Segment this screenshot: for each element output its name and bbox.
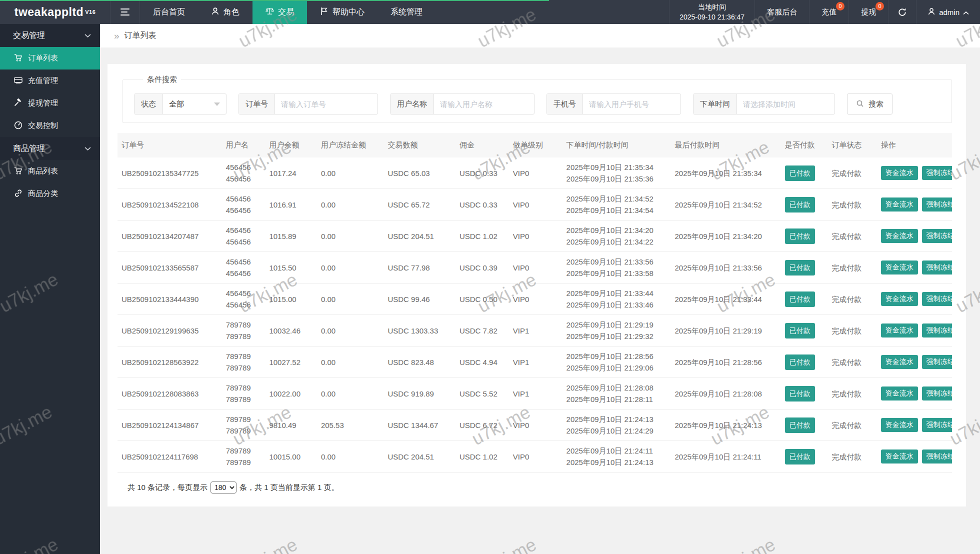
fund-flow-button[interactable]: 资金流水 <box>881 198 918 212</box>
sidebar-item-product-category[interactable]: 商品分类 <box>0 182 100 205</box>
nav-help-center[interactable]: 帮助中心 <box>307 0 378 24</box>
order-time-filter: 下单时间 <box>693 94 835 114</box>
actions-cell[interactable]: 资金流水强制冻结 <box>877 189 952 220</box>
user-icon <box>928 8 936 17</box>
nav-roles[interactable]: 角色 <box>198 0 252 24</box>
user-name-cell: 456456456456 <box>222 158 266 189</box>
commission-cell: USDC 0.33 <box>456 189 509 220</box>
fund-flow-button[interactable]: 资金流水 <box>881 418 918 432</box>
frozen-cell: 0.00 <box>317 441 384 472</box>
fund-flow-button[interactable]: 资金流水 <box>881 166 918 180</box>
table-row: UB25091021353477254564564564561017.240.0… <box>118 158 952 189</box>
force-freeze-button[interactable]: 强制冻结 <box>922 324 952 338</box>
force-freeze-button[interactable]: 强制冻结 <box>922 418 952 432</box>
force-freeze-button[interactable]: 强制冻结 <box>922 229 952 243</box>
amount-cell: USDC 1303.33 <box>384 315 456 346</box>
sidebar-item-recharge-management[interactable]: 充值管理 <box>0 70 100 92</box>
fund-flow-button[interactable]: 资金流水 <box>881 292 918 306</box>
level-cell: VIP0 <box>509 158 562 189</box>
level-cell: VIP1 <box>509 346 562 378</box>
paid-badge: 已付款 <box>785 166 815 181</box>
balance-cell: 1015.00 <box>265 284 316 315</box>
local-time-label: 当地时间 <box>698 2 726 12</box>
sidebar-item-order-list[interactable]: 订单列表 <box>0 47 100 70</box>
fund-flow-button[interactable]: 资金流水 <box>881 355 918 369</box>
force-freeze-button[interactable]: 强制冻结 <box>922 292 952 306</box>
refresh-icon[interactable] <box>888 0 916 24</box>
fund-flow-button[interactable]: 资金流水 <box>881 260 918 274</box>
nav-system[interactable]: 系统管理 <box>378 0 436 24</box>
user-name-cell: 789789789789 <box>222 315 266 346</box>
order-no-input[interactable] <box>275 94 378 114</box>
last-pay-time-cell: 2025年09月10日 21:35:34 <box>671 158 781 189</box>
sidebar-group-product-management[interactable]: 商品管理 <box>0 137 100 160</box>
force-freeze-button[interactable]: 强制冻结 <box>922 166 952 180</box>
withdraw-link[interactable]: 提现 0 <box>848 0 888 24</box>
actions-cell[interactable]: 资金流水强制冻结 <box>877 410 952 441</box>
order-pay-time-cell: 2025年09月10日 21:24:112025年09月10日 21:24:13 <box>562 441 671 472</box>
page-title: 订单列表 <box>124 30 156 41</box>
page-size-select[interactable]: 180 <box>210 482 236 494</box>
sidebar-item-withdraw-management[interactable]: 提现管理 <box>0 92 100 114</box>
actions-cell[interactable]: 资金流水强制冻结 <box>877 158 952 189</box>
actions-cell[interactable]: 资金流水强制冻结 <box>877 284 952 315</box>
col-last-pay-time: 最后付款时间 <box>671 133 781 158</box>
frozen-cell: 0.00 <box>317 189 384 220</box>
sidebar-item-trade-control[interactable]: 交易控制 <box>0 114 100 137</box>
table-header-row: 订单号 用户名 用户余额 用户冻结金额 交易数额 佣金 做单级别 下单时间/付款… <box>118 133 952 158</box>
col-amount: 交易数额 <box>384 133 456 158</box>
sidebar-item-label: 充值管理 <box>28 76 58 86</box>
sidebar: 交易管理 订单列表 充值管理 提现管理 交易控制 商品管理 商品列表 商品分类 <box>0 24 100 554</box>
search-button[interactable]: 搜索 <box>847 94 892 114</box>
fund-flow-button[interactable]: 资金流水 <box>881 229 918 243</box>
recharge-link[interactable]: 充值 0 <box>809 0 848 24</box>
service-backend-link[interactable]: 客服后台 <box>754 0 809 24</box>
search-icon <box>856 100 864 109</box>
orders-table-wrap: 订单号 用户名 用户余额 用户冻结金额 交易数额 佣金 做单级别 下单时间/付款… <box>118 133 952 494</box>
force-freeze-button[interactable]: 强制冻结 <box>922 198 952 212</box>
nav-home-label: 后台首页 <box>153 7 185 18</box>
fund-flow-button[interactable]: 资金流水 <box>881 450 918 464</box>
fund-flow-button[interactable]: 资金流水 <box>881 324 918 338</box>
collapse-menu-icon[interactable] <box>110 0 140 24</box>
fund-flow-button[interactable]: 资金流水 <box>881 386 918 400</box>
phone-input[interactable] <box>583 94 680 114</box>
table-row: UB250910212808386378978978978910022.000.… <box>118 378 952 410</box>
search-legend: 条件搜索 <box>143 75 181 84</box>
balance-cell: 10032.46 <box>265 315 316 346</box>
status-select[interactable]: 全部 <box>163 94 226 114</box>
user-name-cell: 789789789789 <box>222 410 266 441</box>
actions-cell[interactable]: 资金流水强制冻结 <box>877 378 952 410</box>
actions-cell[interactable]: 资金流水强制冻结 <box>877 315 952 346</box>
table-row: UB250910212856392278978978978910027.520.… <box>118 346 952 378</box>
frozen-cell: 205.53 <box>317 410 384 441</box>
nav-home[interactable]: 后台首页 <box>140 0 198 24</box>
sidebar-item-product-list[interactable]: 商品列表 <box>0 160 100 182</box>
force-freeze-button[interactable]: 强制冻结 <box>922 386 952 400</box>
loading-progress-bar <box>0 0 549 1</box>
status-label: 状态 <box>134 94 163 114</box>
amount-cell: USDC 77.98 <box>384 252 456 284</box>
last-pay-time-cell: 2025年09月10日 21:33:44 <box>671 284 781 315</box>
level-cell: VIP1 <box>509 378 562 410</box>
table-row: UB25091021345221084564564564561016.910.0… <box>118 189 952 220</box>
order-no-cell: UB2509102135347725 <box>118 158 222 189</box>
force-freeze-button[interactable]: 强制冻结 <box>922 355 952 369</box>
user-menu[interactable]: admin <box>916 0 980 24</box>
table-row: UB25091021335655874564564564561015.500.0… <box>118 252 952 284</box>
order-time-label: 下单时间 <box>694 94 737 114</box>
actions-cell[interactable]: 资金流水强制冻结 <box>877 252 952 284</box>
link-icon <box>14 189 22 199</box>
actions-cell[interactable]: 资金流水强制冻结 <box>877 346 952 378</box>
app-version: V16 <box>85 9 96 15</box>
force-freeze-button[interactable]: 强制冻结 <box>922 260 952 274</box>
user-name-input[interactable] <box>434 94 534 114</box>
balance-cell: 1017.24 <box>265 158 316 189</box>
order-time-input[interactable] <box>737 94 834 114</box>
sidebar-group-trade-management[interactable]: 交易管理 <box>0 24 100 47</box>
nav-trade[interactable]: 交易 <box>252 0 307 24</box>
actions-cell[interactable]: 资金流水强制冻结 <box>877 220 952 252</box>
amount-cell: USDC 65.72 <box>384 189 456 220</box>
actions-cell[interactable]: 资金流水强制冻结 <box>877 441 952 472</box>
force-freeze-button[interactable]: 强制冻结 <box>922 450 952 464</box>
